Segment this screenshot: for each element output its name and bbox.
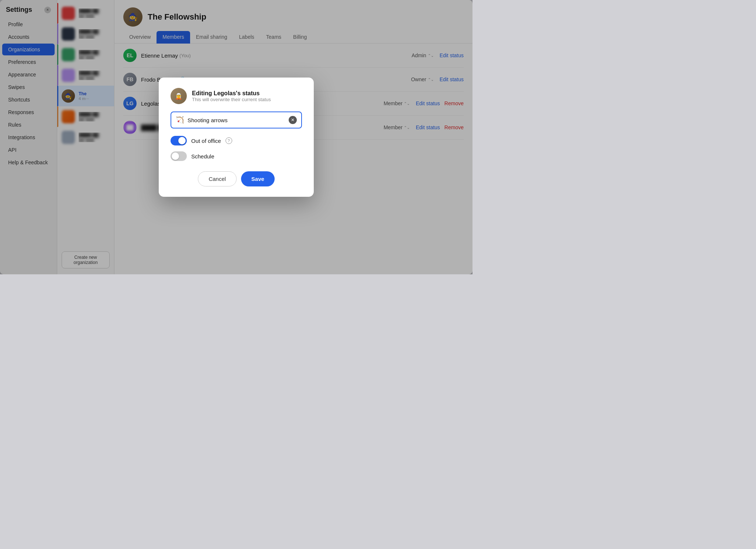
modal-subtitle: This will overwrite their current status [192, 97, 271, 102]
out-of-office-help-icon[interactable]: ? [226, 137, 232, 144]
toggle-knob-schedule [172, 152, 179, 160]
schedule-row: Schedule [171, 151, 302, 161]
modal-title: Editing Legolas's status [192, 90, 271, 97]
modal-header: 🧝 Editing Legolas's status This will ove… [171, 88, 302, 104]
status-emoji-icon: 🏹 [176, 116, 184, 124]
schedule-toggle[interactable] [171, 151, 187, 161]
modal-overlay: 🧝 Editing Legolas's status This will ove… [0, 0, 472, 274]
schedule-label: Schedule [191, 153, 214, 159]
modal-user-avatar: 🧝 [171, 88, 187, 104]
edit-status-modal: 🧝 Editing Legolas's status This will ove… [159, 78, 314, 197]
out-of-office-label: Out of office [191, 138, 221, 144]
clear-status-button[interactable]: ✕ [289, 116, 297, 124]
modal-actions: Cancel Save [171, 171, 302, 186]
out-of-office-row: Out of office ? [171, 136, 302, 145]
save-button[interactable]: Save [241, 171, 275, 186]
out-of-office-toggle[interactable] [171, 136, 187, 145]
cancel-button[interactable]: Cancel [198, 171, 237, 186]
status-text-input[interactable] [188, 117, 285, 123]
status-input-wrapper: 🏹 ✕ [171, 111, 302, 128]
toggle-knob-out-of-office [178, 137, 186, 144]
